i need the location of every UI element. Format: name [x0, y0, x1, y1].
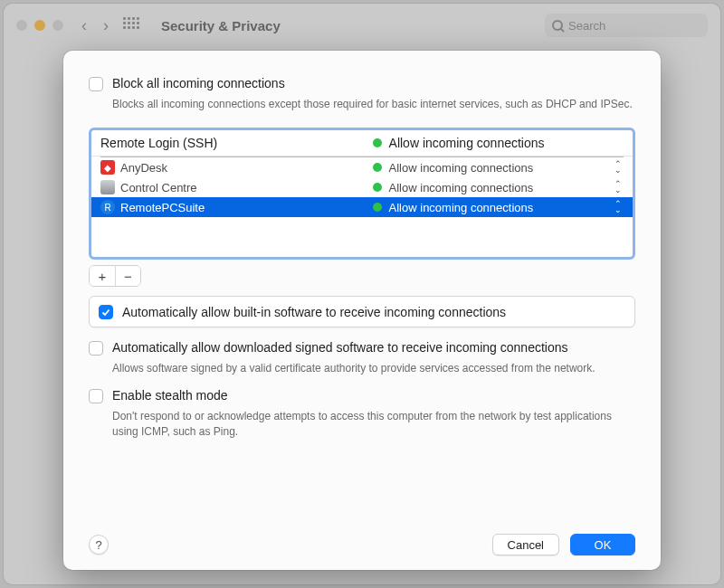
chevrons-icon: ⌃⌄	[614, 181, 622, 194]
row-status-cell[interactable]: Allow incoming connections⌃⌄	[373, 201, 624, 214]
block-all-checkbox[interactable]	[89, 77, 103, 91]
cancel-button[interactable]: Cancel	[492, 534, 559, 555]
table-row[interactable]: ◆AnyDeskAllow incoming connections⌃⌄	[91, 157, 633, 177]
option-auto-builtin: Automatically allow built-in software to…	[89, 296, 635, 327]
status-dot-icon	[373, 183, 382, 192]
add-remove-segment: + −	[89, 265, 141, 287]
row-name-label: AnyDesk	[120, 161, 167, 175]
header-name-label: Remote Login (SSH)	[100, 136, 217, 150]
help-icon: ?	[95, 538, 101, 552]
firewall-app-table: Remote Login (SSH) Allow incoming connec…	[89, 128, 635, 260]
remotepc-icon: R	[100, 200, 115, 214]
row-name-label: RemotePCSuite	[120, 201, 205, 214]
block-all-desc: Blocks all incoming connections except t…	[112, 97, 635, 111]
remove-button[interactable]: −	[115, 266, 140, 286]
option-auto-signed: Automatically allow downloaded signed so…	[89, 340, 635, 356]
header-status-cell: Allow incoming connections	[373, 136, 624, 150]
row-status-label: Allow incoming connections	[389, 181, 534, 194]
table-tools: + −	[89, 265, 635, 287]
stealth-label: Enable stealth mode	[112, 388, 228, 403]
add-button[interactable]: +	[90, 266, 115, 286]
table-row[interactable]: RRemotePCSuiteAllow incoming connections…	[91, 197, 633, 217]
status-dot-icon	[373, 203, 382, 212]
chevrons-icon: ⌃⌄	[614, 201, 622, 213]
firewall-options-sheet: Block all incoming connections Blocks al…	[63, 51, 661, 570]
table-header-row[interactable]: Remote Login (SSH) Allow incoming connec…	[91, 130, 633, 156]
status-dot-icon	[373, 138, 382, 147]
help-button[interactable]: ?	[89, 535, 109, 555]
ok-button[interactable]: OK	[570, 534, 635, 555]
row-status-cell[interactable]: Allow incoming connections⌃⌄	[373, 181, 624, 194]
auto-builtin-checkbox[interactable]	[99, 305, 113, 319]
header-name-cell: Remote Login (SSH)	[100, 136, 373, 150]
row-name-cell: Control Centre	[100, 180, 373, 194]
row-status-label: Allow incoming connections	[389, 201, 534, 214]
auto-builtin-label: Automatically allow built-in software to…	[122, 305, 506, 319]
block-all-label: Block all incoming connections	[112, 76, 285, 90]
table-body: ◆AnyDeskAllow incoming connections⌃⌄Cont…	[91, 157, 633, 257]
auto-signed-desc: Allows software signed by a valid certif…	[112, 361, 635, 375]
row-status-label: Allow incoming connections	[389, 161, 534, 175]
row-name-cell: ◆AnyDesk	[100, 160, 373, 175]
control-centre-icon	[100, 180, 115, 194]
row-name-cell: RRemotePCSuite	[100, 200, 373, 214]
row-name-label: Control Centre	[120, 181, 197, 194]
chevrons-icon: ⌃⌄	[614, 161, 622, 174]
anydesk-icon: ◆	[100, 160, 115, 175]
auto-signed-label: Automatically allow downloaded signed so…	[112, 340, 568, 355]
option-block-all: Block all incoming connections	[89, 76, 635, 91]
sheet-footer: ? Cancel OK	[89, 525, 635, 555]
status-dot-icon	[373, 163, 382, 172]
auto-signed-checkbox[interactable]	[89, 341, 103, 356]
table-row[interactable]: Control CentreAllow incoming connections…	[91, 177, 633, 197]
option-stealth: Enable stealth mode	[89, 388, 635, 403]
row-status-cell[interactable]: Allow incoming connections⌃⌄	[373, 161, 624, 175]
stealth-checkbox[interactable]	[89, 389, 103, 403]
stealth-desc: Don't respond to or acknowledge attempts…	[112, 409, 635, 438]
header-status-label: Allow incoming connections	[389, 136, 545, 150]
